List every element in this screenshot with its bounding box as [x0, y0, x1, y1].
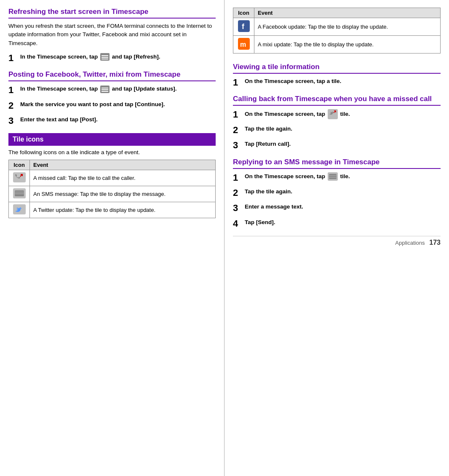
posting-step-number-3: 3	[8, 115, 20, 126]
facebook-icon-cell: f	[233, 18, 254, 36]
posting-section: Posting to Facebook, Twitter, mixi from …	[8, 70, 216, 126]
twitter-icon	[13, 204, 26, 214]
right-column: Icon Event f A Facebook update: Tap the …	[224, 0, 449, 476]
posting-step2-row: 2 Mark the service you want to post and …	[8, 100, 216, 111]
right-column-inner: Icon Event f A Facebook update: Tap the …	[233, 8, 441, 259]
viewing-title: Viewing a tile information	[233, 63, 441, 71]
tile-icons-header: Tile icons	[8, 133, 216, 146]
tile-icons-intro: The following icons on a tile indicate a…	[8, 149, 216, 155]
sms-small-icon	[328, 172, 338, 181]
tile-icons-table: Icon Event A missed call: Tap t	[8, 160, 216, 218]
step-number-1: 1	[8, 53, 20, 64]
table-row: f A Facebook update: Tap the tile to dis…	[233, 18, 441, 36]
replying-step-number-2: 2	[233, 187, 245, 198]
missed-call-event-text: A missed call: Tap the tile to call the …	[30, 170, 216, 186]
replying-step1-text: On the Timescape screen, tap tile.	[245, 172, 441, 181]
viewing-step-number-1: 1	[233, 77, 245, 88]
svg-text:f: f	[242, 22, 245, 31]
top-table-header-row: Icon Event	[233, 8, 441, 18]
menu-icon	[100, 53, 110, 61]
page-number: 173	[429, 239, 441, 246]
replying-divider	[233, 168, 441, 169]
tile-icons-section: Tile icons The following icons on a tile…	[8, 133, 216, 218]
refreshing-step1-text: In the Timescape screen, tap and tap [Re…	[20, 53, 216, 61]
posting-step-number-2: 2	[8, 100, 20, 111]
calling-back-divider	[233, 105, 441, 106]
twitter-icon-cell	[9, 202, 30, 218]
viewing-step1-row: 1 On the Timescape screen, tap a tile.	[233, 77, 441, 88]
calling-step3-text: Tap [Return call].	[245, 140, 441, 148]
facebook-icon: f	[238, 20, 250, 32]
replying-step-number-4: 4	[233, 218, 245, 229]
mixi-event-text: A mixi update: Tap the tile to display t…	[254, 36, 441, 53]
twitter-event-text: A Twitter update: Tap the tile to displa…	[30, 202, 216, 218]
refreshing-section: Refreshing the start screen in Timescape…	[8, 8, 216, 64]
posting-step3-text: Enter the text and tap [Post].	[20, 115, 216, 124]
replying-step3-row: 3 Enter a message text.	[233, 203, 441, 214]
replying-step-number-1: 1	[233, 172, 245, 183]
replying-step-number-3: 3	[233, 203, 245, 214]
table-row: A missed call: Tap the tile to call the …	[9, 170, 216, 186]
calling-back-title: Calling back from Timescape when you hav…	[233, 95, 441, 103]
replying-step2-text: Tap the tile again.	[245, 187, 441, 196]
left-column: Refreshing the start screen in Timescape…	[0, 0, 224, 476]
svg-rect-12	[329, 174, 337, 179]
table-header-row: Icon Event	[9, 160, 216, 170]
svg-text:m: m	[240, 41, 246, 48]
calling-step2-text: Tap the tile again.	[245, 125, 441, 133]
table-row: A Twitter update: Tap the tile to displa…	[9, 202, 216, 218]
posting-step1-text: In the Timescape screen, tap and tap [Up…	[20, 85, 216, 93]
missed-call-small-icon	[328, 109, 338, 119]
replying-title: Replying to an SMS message in Timescape	[233, 158, 441, 166]
mixi-icon-cell: m	[233, 36, 254, 53]
facebook-event-text: A Facebook update: Tap the tile to displ…	[254, 18, 441, 36]
refreshing-step1-row: 1 In the Timescape screen, tap and tap […	[8, 53, 216, 64]
posting-step-number-1: 1	[8, 85, 20, 96]
posting-title: Posting to Facebook, Twitter, mixi from …	[8, 70, 216, 79]
svg-rect-2	[15, 190, 24, 196]
col-icon-header: Icon	[9, 160, 30, 170]
mixi-icon: m	[238, 38, 250, 50]
sms-icon	[13, 188, 26, 198]
posting-step1-row: 1 In the Timescape screen, tap and tap […	[8, 85, 216, 96]
svg-rect-10	[328, 109, 338, 119]
top-icon-table: Icon Event f A Facebook update: Tap the …	[233, 8, 441, 53]
calling-step-number-3: 3	[233, 140, 245, 151]
table-row: m A mixi update: Tap the tile to display…	[233, 36, 441, 53]
posting-divider	[8, 80, 216, 81]
refreshing-title: Refreshing the start screen in Timescape	[8, 8, 216, 16]
calling-step2-row: 2 Tap the tile again.	[233, 125, 441, 136]
replying-step1-row: 1 On the Timescape screen, tap tile.	[233, 172, 441, 183]
page-footer: Applications 173	[233, 236, 441, 246]
calling-step1-text: On the Timescape screen, tap tile.	[245, 109, 441, 119]
replying-section: Replying to an SMS message in Timescape …	[233, 158, 441, 230]
calling-step3-row: 3 Tap [Return call].	[233, 140, 441, 151]
top-col-event-header: Event	[254, 8, 441, 18]
replying-step3-text: Enter a message text.	[245, 203, 441, 211]
replying-step4-text: Tap [Send].	[245, 218, 441, 227]
col-event-header: Event	[30, 160, 216, 170]
top-col-icon-header: Icon	[233, 8, 254, 18]
table-row: An SMS message: Tap the tile to display …	[9, 186, 216, 202]
calling-step-number-1: 1	[233, 109, 245, 120]
calling-step1-row: 1 On the Timescape screen, tap tile.	[233, 109, 441, 120]
missed-call-icon-cell	[9, 170, 30, 186]
sms-icon-cell	[9, 186, 30, 202]
viewing-divider	[233, 73, 441, 74]
calling-back-section: Calling back from Timescape when you hav…	[233, 95, 441, 151]
missed-call-icon	[13, 172, 26, 182]
posting-step3-row: 3 Enter the text and tap [Post].	[8, 115, 216, 126]
viewing-step1-text: On the Timescape screen, tap a tile.	[245, 77, 441, 86]
refreshing-text: When you refresh the start screen, the F…	[8, 22, 216, 48]
menu-icon-2	[100, 86, 110, 93]
calling-step-number-2: 2	[233, 125, 245, 136]
refreshing-divider	[8, 18, 216, 19]
replying-step4-row: 4 Tap [Send].	[233, 218, 441, 229]
sms-event-text: An SMS message: Tap the tile to display …	[30, 186, 216, 202]
posting-step2-text: Mark the service you want to post and ta…	[20, 100, 216, 109]
footer-label: Applications	[395, 240, 425, 246]
replying-step2-row: 2 Tap the tile again.	[233, 187, 441, 198]
viewing-section: Viewing a tile information 1 On the Time…	[233, 63, 441, 88]
